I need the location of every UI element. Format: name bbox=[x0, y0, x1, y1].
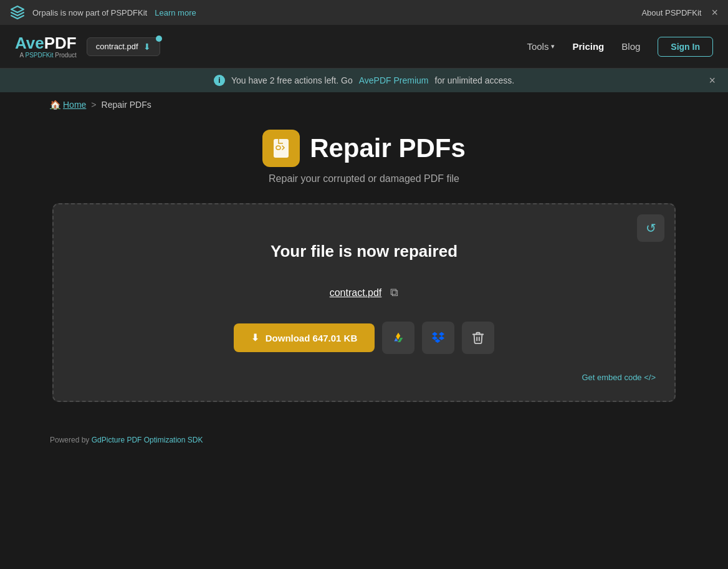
chevron-down-icon: ▾ bbox=[551, 42, 555, 50]
sign-in-button[interactable]: Sign In bbox=[658, 37, 713, 57]
download-button[interactable]: ⬇ Download 647.01 KB bbox=[234, 323, 375, 352]
footer-sdk-link[interactable]: GdPicture PDF Optimization SDK bbox=[92, 436, 203, 444]
info-message-post: for unlimited access. bbox=[435, 75, 515, 85]
dropbox-icon bbox=[431, 331, 445, 345]
result-title: Your file is now repaired bbox=[271, 242, 457, 261]
nav-blog[interactable]: Blog bbox=[621, 41, 640, 52]
google-drive-button[interactable] bbox=[382, 322, 414, 354]
info-banner: i You have 2 free actions left. Go AvePD… bbox=[0, 69, 728, 92]
nav-pricing[interactable]: Pricing bbox=[572, 41, 604, 52]
pspdkit-logo-icon bbox=[10, 5, 25, 20]
footer-prefix: Powered by bbox=[50, 436, 92, 444]
delete-button[interactable] bbox=[462, 322, 494, 354]
info-message-pre: You have 2 free actions left. Go bbox=[231, 75, 353, 85]
page-title-area: Repair PDFs Repair your corrupted or dam… bbox=[262, 130, 466, 184]
footer: Powered by GdPicture PDF Optimization SD… bbox=[0, 427, 728, 453]
header-nav: Tools ▾ Pricing Blog Sign In bbox=[527, 37, 713, 57]
breadcrumb-current: Repair PDFs bbox=[102, 100, 151, 110]
announcement-text: Orpalis is now part of PSPDFKit bbox=[32, 8, 147, 17]
home-breadcrumb-link[interactable]: 🏠 Home bbox=[50, 100, 86, 110]
header: AvePDF A PSPDFKit Product contract.pdf ⬇… bbox=[0, 25, 728, 69]
reset-icon: ↺ bbox=[646, 221, 656, 236]
file-badge-dot bbox=[156, 36, 162, 42]
announcement-close-icon[interactable]: × bbox=[711, 6, 718, 19]
download-btn-icon: ⬇ bbox=[251, 332, 259, 343]
result-card: ↺ Your file is now repaired contract.pdf… bbox=[52, 203, 676, 402]
download-icon: ⬇ bbox=[143, 42, 151, 52]
external-link-icon[interactable]: ⧉ bbox=[390, 286, 398, 299]
logo-ave: Ave bbox=[15, 34, 44, 52]
file-badge-name: contract.pdf bbox=[96, 42, 138, 51]
learn-more-link[interactable]: Learn more bbox=[155, 8, 196, 17]
page-title: Repair PDFs bbox=[310, 133, 466, 163]
banner-close-icon[interactable]: × bbox=[709, 74, 716, 87]
reset-button[interactable]: ↺ bbox=[637, 214, 664, 242]
logo[interactable]: AvePDF A PSPDFKit Product bbox=[15, 34, 77, 59]
embed-code-link[interactable]: Get embed code </> bbox=[582, 373, 656, 382]
embed-code-label: Get embed code </> bbox=[582, 373, 656, 382]
page-subtitle: Repair your corrupted or damaged PDF fil… bbox=[269, 173, 459, 184]
file-badge[interactable]: contract.pdf ⬇ bbox=[87, 37, 160, 56]
about-pspdkit-link[interactable]: About PSPDFKit bbox=[641, 8, 701, 17]
tool-icon bbox=[262, 130, 300, 167]
dropbox-button[interactable] bbox=[422, 322, 454, 354]
logo-tagline: A PSPDFKit Product bbox=[15, 52, 77, 59]
trash-icon bbox=[471, 331, 485, 345]
result-filename[interactable]: contract.pdf bbox=[330, 287, 382, 299]
nav-tools[interactable]: Tools ▾ bbox=[527, 41, 555, 52]
main-content: Repair PDFs Repair your corrupted or dam… bbox=[0, 117, 728, 427]
file-result-row: contract.pdf ⧉ bbox=[330, 286, 399, 299]
logo-pdf: PDF bbox=[44, 34, 77, 52]
action-row: ⬇ Download 647.01 KB bbox=[234, 322, 495, 354]
premium-link[interactable]: AvePDF Premium bbox=[359, 75, 429, 85]
google-drive-icon bbox=[391, 331, 405, 345]
repair-pdf-icon bbox=[270, 137, 292, 160]
info-icon: i bbox=[214, 75, 225, 86]
breadcrumb-separator: > bbox=[91, 100, 96, 110]
home-icon: 🏠 bbox=[50, 100, 60, 110]
announcement-bar: Orpalis is now part of PSPDFKit Learn mo… bbox=[0, 0, 728, 25]
download-btn-label: Download 647.01 KB bbox=[266, 333, 358, 343]
breadcrumb: 🏠 Home > Repair PDFs bbox=[0, 92, 728, 117]
